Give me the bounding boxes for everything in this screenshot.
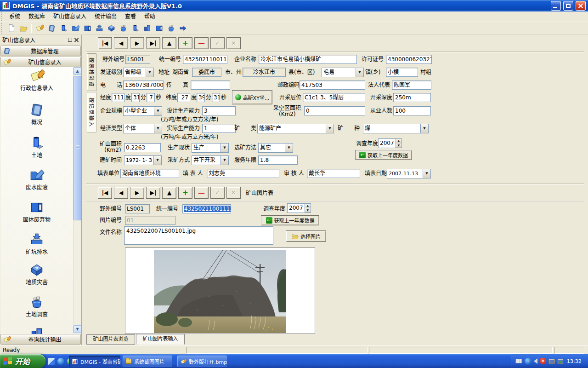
chevron-down-icon[interactable]: ▼ <box>423 169 430 178</box>
tab-picture-input[interactable]: 矿山图片表输入 <box>136 334 185 345</box>
sidebar-section-database[interactable]: 数据库管理 <box>0 46 81 56</box>
sidebar-item-solid-waste[interactable]: 固体废弃物 <box>2 200 71 223</box>
start-button[interactable]: 开始 <box>0 354 45 368</box>
nav1-post-button[interactable]: ✓ <box>210 37 225 49</box>
fax-field[interactable] <box>191 80 230 90</box>
menu-system[interactable]: 系统 <box>5 12 24 22</box>
nav1-first-button[interactable]: |◀ <box>98 37 112 49</box>
chevron-down-icon[interactable]: ▼ <box>220 144 228 152</box>
nav1-delete-button[interactable]: — <box>194 37 209 49</box>
land-survey-icon[interactable] <box>117 23 129 34</box>
menu-stat-output[interactable]: 统计输出 <box>90 12 121 22</box>
form-date-combo[interactable]: 2007-11-13▼ <box>387 169 431 178</box>
chevron-down-icon[interactable]: ▼ <box>154 107 162 115</box>
form-person-field[interactable]: 刘志尧 <box>207 169 279 178</box>
nav1-last-button[interactable]: ▶| <box>146 37 160 49</box>
pic-fetch-prev-year-button[interactable]: ←获取上一年度数据 <box>261 215 319 225</box>
land-icon[interactable] <box>57 23 69 34</box>
postal-field[interactable]: 417503 <box>300 80 365 90</box>
nav2-next-button[interactable]: ▶ <box>130 187 144 199</box>
sidebar-section-query-output[interactable]: 查询统计输出 <box>0 334 81 345</box>
production-status-combo[interactable]: 生产▼ <box>192 143 229 153</box>
sidebar-item-geo-hazard[interactable]: 地质灾害 <box>2 262 71 286</box>
menu-database[interactable]: 数据库 <box>24 12 49 22</box>
nav1-next-button[interactable]: ▶ <box>130 37 144 49</box>
pic-survey-year-spinner[interactable]: 2007▲▼ <box>287 203 311 213</box>
pin-icon[interactable] <box>68 38 72 42</box>
mine-area-field[interactable]: 0.2263 <box>124 143 161 152</box>
chevron-down-icon[interactable]: ▼ <box>285 144 293 152</box>
lon-sec-field[interactable]: 7 <box>147 93 155 102</box>
prefecture-field[interactable]: 娄底市 <box>192 68 221 77</box>
auditor-field[interactable]: 戴长华 <box>307 169 360 178</box>
nav2-up-button[interactable]: ▲ <box>162 187 176 199</box>
sidebar-item-admin-entry[interactable]: 行政信息录入 <box>2 68 71 92</box>
cabinet-icon[interactable] <box>153 23 165 34</box>
goaf-area-field[interactable]: 0 <box>304 106 365 115</box>
field-no-field[interactable]: LS001 <box>125 55 150 64</box>
scroll-up-icon[interactable]: ▲ <box>74 67 81 75</box>
language-tray-icon[interactable]: ‹ <box>525 358 531 365</box>
sidebar-item-pit-drain[interactable]: 矿坑排水 <box>2 232 71 255</box>
open-icon[interactable] <box>17 23 29 34</box>
nav2-first-button[interactable]: |◀ <box>98 187 112 199</box>
close-button[interactable] <box>576 1 586 11</box>
lat-sec-field[interactable]: 31 <box>212 93 220 102</box>
actual-capacity-field[interactable]: 1 <box>202 124 236 133</box>
license-field[interactable]: 4300000620321 <box>386 55 432 64</box>
chevron-down-icon[interactable]: ▼ <box>220 156 228 165</box>
taskbar-clock[interactable]: 13:32 <box>567 358 582 364</box>
column-icon[interactable] <box>129 23 141 34</box>
spin-up-icon[interactable]: ▲ <box>396 139 401 144</box>
mine-kind-combo[interactable]: 煤▼ <box>363 124 429 133</box>
pic-unified-no-field[interactable]: 43250211001113 <box>182 204 231 213</box>
sidebar-item-land[interactable]: 土地 <box>2 135 71 159</box>
nav2-post-button[interactable]: ✓ <box>210 187 225 199</box>
network-tray-icon[interactable] <box>548 359 555 364</box>
chevron-down-icon[interactable]: ▼ <box>420 124 428 133</box>
toolbar-grip[interactable] <box>1 23 4 34</box>
chevron-down-icon[interactable]: ▼ <box>356 68 363 77</box>
keyboard-tray-icon[interactable] <box>515 359 522 363</box>
buildings-icon[interactable] <box>141 23 153 34</box>
legal-rep-field[interactable]: 陈国军 <box>392 80 431 90</box>
econ-type-combo[interactable]: 个体▼ <box>123 124 162 133</box>
sidebar-item-partial[interactable] <box>2 326 71 334</box>
tab-input-by-record[interactable]: 按记录输入 <box>87 92 96 132</box>
spin-down-icon[interactable]: ▼ <box>305 208 311 213</box>
update-tray-icon[interactable] <box>557 359 564 364</box>
sidebar-item-land-survey[interactable]: 土地调查 <box>2 294 71 318</box>
export-icon[interactable] <box>177 23 189 34</box>
admin-entry-icon[interactable] <box>34 23 45 34</box>
nav2-cancel-button[interactable]: ✕ <box>226 187 241 199</box>
survey-year-spinner[interactable]: 2007▲▼ <box>378 138 402 148</box>
sidebar-scrollbar[interactable]: ▲ ▼ <box>73 67 81 334</box>
internet-explorer-icon[interactable] <box>57 358 64 365</box>
mining-depth-field[interactable]: 250m <box>393 93 431 102</box>
taskbar-task-folder[interactable]: 系统截图图片 <box>123 356 172 367</box>
volume-tray-icon[interactable] <box>534 358 537 364</box>
nav2-add-button[interactable]: + <box>178 187 192 199</box>
menu-view[interactable]: 查看 <box>121 12 140 22</box>
fetch-prev-year-button[interactable]: ←获取上一年度数据 <box>355 150 412 160</box>
close-panel-icon[interactable] <box>74 37 79 42</box>
nav2-last-button[interactable]: ▶| <box>146 187 160 199</box>
mining-method-combo[interactable]: 井下开采▼ <box>192 155 229 165</box>
nav1-cancel-button[interactable]: ✕ <box>226 37 241 49</box>
scale-combo[interactable]: 小型企业▼ <box>123 106 162 116</box>
chevron-down-icon[interactable]: ▼ <box>146 68 153 77</box>
form-unit-field[interactable]: 湖南省地质环境 <box>120 169 179 178</box>
spin-up-icon[interactable]: ▲ <box>305 204 311 208</box>
city-field[interactable]: 冷水江市 <box>243 68 286 77</box>
unified-no-field[interactable]: 43250211001113 <box>183 55 227 64</box>
scroll-thumb[interactable] <box>74 76 81 220</box>
built-time-combo[interactable]: 1972- 1- 3▼ <box>124 155 162 165</box>
new-icon[interactable] <box>5 23 17 34</box>
lon-min-field[interactable]: 31 <box>131 93 140 102</box>
taskbar-task-paint[interactable]: 野外版打开.bmp -... <box>177 356 227 367</box>
gauss-xy-button[interactable]: 高斯XY坐... <box>232 90 272 104</box>
menu-mine-entry[interactable]: 矿山信息录入 <box>49 12 90 22</box>
cubes-icon[interactable] <box>165 23 177 34</box>
menu-help[interactable]: 帮助 <box>140 12 159 22</box>
beneficiation-combo[interactable]: 其它▼ <box>258 143 293 153</box>
